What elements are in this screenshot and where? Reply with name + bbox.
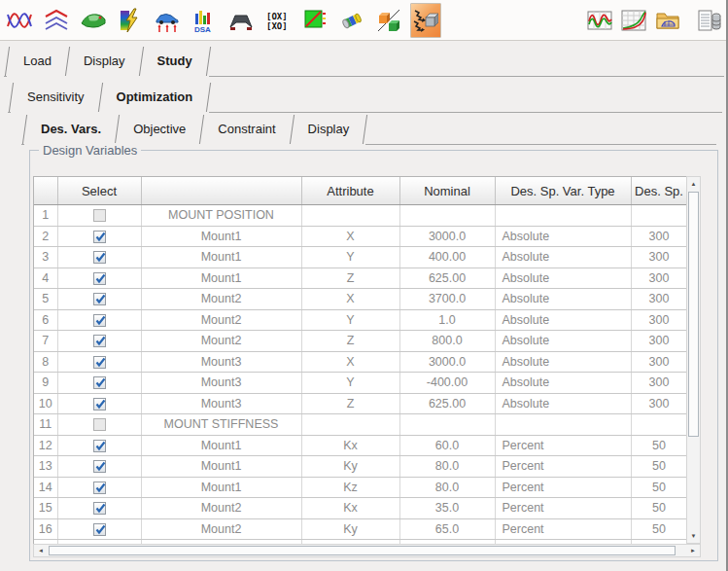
row-number-cell: 8 [34, 351, 57, 373]
tool-car-body[interactable] [78, 3, 109, 38]
nominal-cell: 65.0 [399, 518, 495, 540]
row-number-cell: 10 [34, 393, 57, 414]
col-header-select: Select [57, 177, 141, 205]
nominal-cell: 35.0 [399, 498, 495, 519]
select-checkbox[interactable] [93, 482, 106, 494]
attribute-cell: Ky [301, 456, 399, 478]
scroll-down-button[interactable]: ▼ [687, 529, 700, 543]
name-cell: Mount2 [141, 498, 301, 519]
tab-optimization[interactable]: Optimization [101, 81, 209, 113]
select-cell [57, 477, 141, 498]
dsa-bars-icon: DSA [191, 8, 217, 33]
nominal-cell: -400.00 [399, 373, 495, 394]
tool-curve-compare[interactable] [4, 3, 35, 38]
dessp-cell: 50 [631, 456, 687, 478]
dessp-cell: 300 [631, 373, 687, 394]
tab-load[interactable]: Load [8, 45, 67, 77]
scroll-left-button[interactable]: ◄ [34, 545, 48, 556]
attribute-cell: Z [301, 268, 399, 289]
svg-text:[XO]: [XO] [266, 21, 288, 31]
row-number-cell: 11 [34, 414, 57, 436]
attribute-cell: X [301, 351, 399, 373]
tab-display[interactable]: Display [293, 113, 365, 145]
type-cell: Absolute [495, 226, 631, 247]
horizontal-scrollbar[interactable]: ◄ ► [33, 544, 701, 557]
tool-power-lightning[interactable] [115, 3, 146, 38]
tool-car-loads[interactable] [152, 3, 183, 38]
car-body-icon [81, 8, 106, 33]
select-checkbox[interactable] [93, 523, 106, 536]
name-cell: Mount2 [141, 331, 301, 352]
scroll-up-button[interactable]: ▲ [687, 177, 700, 191]
select-checkbox[interactable] [93, 502, 106, 515]
spring-cube-icon [413, 8, 438, 33]
row-number-cell: 15 [34, 498, 57, 519]
tab-constraint[interactable]: Constraint [202, 113, 291, 145]
select-checkbox[interactable] [93, 272, 106, 285]
vertical-scrollbar[interactable]: ▲ ▼ [686, 176, 701, 544]
tab-display[interactable]: Display [68, 45, 141, 77]
name-cell: Mount1 [141, 456, 301, 478]
select-cell [57, 351, 141, 373]
power-lightning-icon [118, 8, 143, 33]
select-checkbox[interactable] [93, 314, 106, 327]
svg-text:DSA: DSA [194, 25, 211, 33]
select-checkbox[interactable] [93, 460, 106, 473]
dessp-cell: 50 [631, 518, 687, 540]
select-checkbox[interactable] [93, 293, 106, 305]
select-checkbox[interactable] [93, 398, 106, 410]
tab-objective[interactable]: Objective [118, 113, 201, 145]
tool-wave-plot[interactable] [584, 3, 615, 38]
dessp-cell: 300 [631, 351, 687, 373]
type-cell: Absolute [495, 289, 631, 310]
table-body: 1MOUNT POSITION2Mount1X3000.0Absolute300… [34, 205, 687, 546]
tool-mount-bracket[interactable] [225, 3, 257, 38]
tool-cylinder-part[interactable] [336, 3, 367, 38]
table-row: 5Mount2X3700.0Absolute300 [34, 289, 687, 310]
col-header-blank-0 [34, 177, 57, 205]
scroll-right-button[interactable]: ► [686, 545, 700, 556]
dessp-cell: 300 [631, 331, 687, 352]
row-number-cell: 2 [34, 226, 57, 247]
tab-sensitivity[interactable]: Sensitivity [12, 81, 100, 113]
select-checkbox[interactable] [93, 440, 106, 452]
nominal-cell [399, 205, 495, 227]
tab-row-tail [209, 81, 722, 113]
select-checkbox[interactable] [93, 376, 106, 389]
attribute-cell: Kx [301, 498, 399, 519]
select-cell [57, 373, 141, 394]
nominal-cell: 800.0 [399, 331, 495, 352]
tab-study[interactable]: Study [142, 45, 208, 77]
tool-results-folder[interactable] [652, 3, 683, 38]
type-cell: Absolute [495, 331, 631, 352]
attribute-cell [301, 205, 399, 227]
tab-des-vars[interactable]: Des. Vars. [25, 113, 117, 145]
tool-link-cubes[interactable] [373, 3, 404, 38]
tool-dsa-bars[interactable]: DSA [189, 3, 220, 38]
tool-chevron-curves[interactable] [41, 3, 72, 38]
tool-oxxo-matrix[interactable]: [OX] [XO] [262, 3, 294, 38]
toolbar-left-group: DSA [OX] [XO] [4, 3, 441, 38]
attribute-cell: Kx [301, 435, 399, 456]
nominal-cell: 60.0 [399, 435, 495, 456]
vertical-scroll-thumb[interactable] [688, 192, 699, 437]
tool-form-database[interactable] [694, 3, 725, 38]
select-cell [57, 309, 141, 331]
select-checkbox[interactable] [93, 231, 106, 243]
dessp-cell: 300 [631, 226, 687, 247]
type-cell: Percent [495, 498, 631, 519]
select-checkbox[interactable] [93, 251, 106, 264]
select-checkbox[interactable] [93, 335, 106, 347]
tool-history-plot[interactable] [618, 3, 649, 38]
type-cell [495, 414, 631, 436]
row-number-cell: 9 [34, 373, 57, 394]
dessp-cell [631, 414, 687, 436]
tool-spring-cube[interactable] [410, 3, 441, 38]
table-row: 9Mount3Y-400.00Absolute300 [34, 373, 687, 394]
dessp-cell: 300 [631, 268, 687, 289]
row-number-cell: 16 [34, 518, 57, 540]
response-surface-icon [302, 8, 328, 33]
select-checkbox[interactable] [93, 356, 106, 369]
horizontal-scroll-thumb[interactable] [49, 546, 676, 555]
tool-response-surface[interactable] [299, 3, 330, 38]
